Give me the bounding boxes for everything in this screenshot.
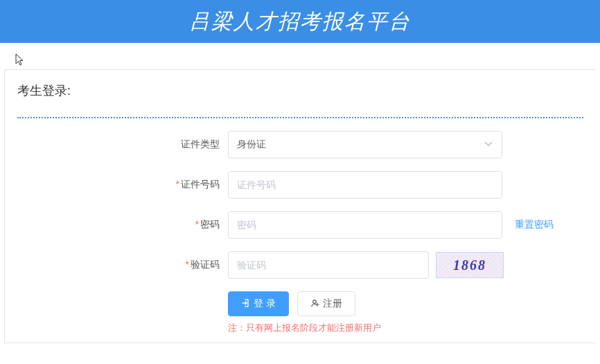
required-marker: *	[186, 259, 189, 270]
label-id-number-text: 证件号码	[181, 179, 220, 190]
row-id-number: *证件号码	[17, 171, 583, 199]
id-type-select[interactable]: 身份证	[228, 131, 502, 158]
captcha-input[interactable]	[228, 251, 429, 279]
login-icon	[241, 298, 251, 310]
required-marker: *	[176, 179, 179, 190]
captcha-image[interactable]: 1868	[436, 252, 504, 278]
label-id-type-text: 证件类型	[181, 138, 220, 149]
reset-password-link[interactable]: 重置密码	[515, 219, 554, 231]
password-input[interactable]	[228, 211, 502, 239]
label-id-type: 证件类型	[17, 138, 228, 151]
row-id-type: 证件类型 身份证	[17, 131, 583, 158]
label-password: *密码	[17, 219, 228, 231]
register-button[interactable]: 注册	[297, 291, 355, 316]
button-row: 登 录 注册	[228, 291, 596, 316]
id-number-input[interactable]	[228, 171, 502, 199]
label-captcha-text: 验证码	[191, 259, 220, 270]
login-button-label: 登 录	[254, 298, 276, 310]
svg-point-0	[312, 300, 316, 303]
mouse-cursor-icon	[15, 53, 26, 67]
required-marker: *	[195, 219, 199, 230]
login-panel: 考生登录: 证件类型 身份证 *证件号码 *密码 重置密码	[4, 69, 596, 343]
user-add-icon	[310, 298, 320, 310]
app-header: 吕梁人才招考报名平台	[0, 0, 600, 43]
app-title: 吕梁人才招考报名平台	[189, 8, 411, 36]
registration-note: 注：只有网上报名阶段才能注册新用户	[228, 322, 596, 338]
panel-divider	[17, 117, 583, 118]
chevron-down-icon	[484, 139, 493, 151]
id-type-value: 身份证	[237, 138, 266, 151]
register-button-label: 注册	[323, 298, 342, 310]
login-button[interactable]: 登 录	[228, 291, 289, 316]
label-captcha: *验证码	[17, 259, 228, 271]
label-password-text: 密码	[200, 219, 220, 230]
row-password: *密码 重置密码	[17, 211, 583, 239]
panel-title: 考生登录:	[5, 70, 596, 117]
label-id-number: *证件号码	[17, 179, 228, 191]
row-captcha: *验证码 1868	[17, 251, 583, 279]
